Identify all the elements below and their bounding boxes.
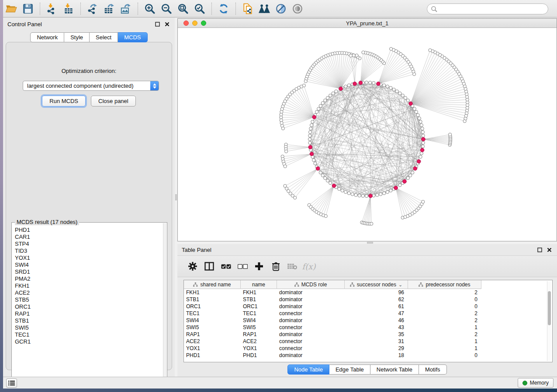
dominator-node[interactable] bbox=[369, 194, 373, 198]
network-node[interactable] bbox=[319, 104, 322, 107]
network-node[interactable] bbox=[329, 182, 332, 185]
network-node[interactable] bbox=[332, 92, 335, 95]
mcds-result-item[interactable]: SRD1 bbox=[15, 268, 163, 275]
table-row[interactable]: ORC1ORC1dominator610 bbox=[184, 303, 552, 310]
network-node[interactable] bbox=[355, 54, 358, 57]
mcds-result-item[interactable]: YOX1 bbox=[15, 254, 163, 261]
network-node[interactable] bbox=[354, 193, 357, 196]
search-input[interactable] bbox=[427, 3, 548, 14]
network-node[interactable] bbox=[317, 107, 320, 110]
network-node[interactable] bbox=[344, 190, 347, 193]
table-scrollbar-thumb[interactable] bbox=[548, 291, 551, 325]
network-node[interactable] bbox=[401, 94, 404, 97]
tab-style[interactable]: Style bbox=[64, 32, 90, 42]
table-row[interactable]: ACE2ACE2connector311 bbox=[184, 338, 552, 345]
mcds-result-item[interactable]: ACE2 bbox=[15, 289, 163, 296]
toggle-birdseye-button[interactable] bbox=[289, 2, 306, 16]
network-node[interactable] bbox=[398, 184, 401, 187]
mcds-result-item[interactable]: ORC1 bbox=[15, 303, 163, 310]
mcds-result-item[interactable]: CAR1 bbox=[15, 234, 163, 241]
table-row[interactable]: SWI4SWI4dominator462 bbox=[184, 317, 552, 324]
mcds-result-item[interactable]: PHD1 bbox=[15, 227, 163, 234]
network-node[interactable] bbox=[321, 174, 324, 177]
table-scrollbar[interactable] bbox=[547, 281, 551, 361]
network-node[interactable] bbox=[398, 92, 401, 95]
network-node[interactable] bbox=[310, 124, 313, 127]
network-node[interactable] bbox=[415, 110, 418, 113]
network-node[interactable] bbox=[420, 124, 423, 127]
network-node[interactable] bbox=[304, 80, 307, 83]
dominator-node[interactable] bbox=[394, 186, 398, 190]
network-node[interactable] bbox=[449, 133, 452, 136]
import-table-button[interactable] bbox=[60, 2, 77, 16]
network-node[interactable] bbox=[409, 174, 412, 177]
network-node[interactable] bbox=[406, 99, 409, 102]
network-node[interactable] bbox=[352, 54, 355, 57]
network-node[interactable] bbox=[422, 134, 425, 137]
optimization-criterion-select[interactable]: largest connected component (undirected) bbox=[23, 81, 159, 91]
dominator-node[interactable] bbox=[420, 148, 424, 152]
network-node[interactable] bbox=[389, 189, 392, 192]
dominator-node[interactable] bbox=[409, 102, 413, 106]
tab-network-table[interactable]: Network Table bbox=[370, 364, 419, 375]
table-row[interactable]: RAP1RAP1dominator352 bbox=[184, 331, 552, 338]
table-row[interactable]: FKH1FKH1dominator962 bbox=[184, 289, 552, 296]
delete-column-button[interactable] bbox=[267, 259, 284, 274]
tab-mcds[interactable]: MCDS bbox=[118, 32, 147, 42]
network-node[interactable] bbox=[326, 179, 329, 182]
network-node[interactable] bbox=[369, 81, 372, 84]
network-node[interactable] bbox=[351, 193, 354, 196]
network-node[interactable] bbox=[376, 193, 379, 196]
dominator-node[interactable] bbox=[308, 145, 312, 149]
mcds-result-item[interactable]: STP4 bbox=[15, 241, 163, 248]
network-node[interactable] bbox=[429, 48, 432, 52]
show-log-button[interactable] bbox=[6, 378, 17, 388]
column-header-shared-name[interactable]: shared name bbox=[184, 280, 241, 289]
mcds-list-scrollbar[interactable] bbox=[163, 223, 166, 384]
delete-table-button-disabled[interactable] bbox=[284, 259, 301, 274]
dominator-node[interactable] bbox=[359, 81, 363, 85]
column-header-predecessor-nodes[interactable]: predecessor nodes bbox=[408, 280, 481, 289]
mcds-result-item[interactable]: GCR1 bbox=[15, 338, 163, 345]
dominator-node[interactable] bbox=[339, 87, 343, 91]
mcds-result-item[interactable]: STB5 bbox=[15, 296, 163, 303]
export-table-button[interactable] bbox=[101, 2, 118, 16]
network-node[interactable] bbox=[418, 117, 421, 120]
network-node[interactable] bbox=[406, 176, 409, 179]
network-node[interactable] bbox=[422, 141, 425, 144]
table-row[interactable]: STB1STB1dominator620 bbox=[184, 296, 552, 303]
mcds-result-item[interactable]: PMA2 bbox=[15, 275, 163, 282]
network-node[interactable] bbox=[395, 90, 398, 93]
tab-select[interactable]: Select bbox=[90, 32, 118, 42]
network-node[interactable] bbox=[422, 200, 425, 203]
zoom-fit-button[interactable] bbox=[175, 2, 191, 16]
open-file-button[interactable] bbox=[3, 2, 20, 16]
network-node[interactable] bbox=[294, 196, 297, 199]
network-node[interactable] bbox=[315, 110, 318, 113]
column-header-successor-nodes[interactable]: successor nodes⌄ bbox=[345, 280, 408, 289]
network-node[interactable] bbox=[365, 194, 368, 197]
mcds-result-item[interactable]: SWI5 bbox=[15, 324, 163, 331]
network-node[interactable] bbox=[284, 165, 287, 168]
tab-edge-table[interactable]: Edge Table bbox=[329, 364, 370, 375]
network-node[interactable] bbox=[411, 171, 414, 174]
network-node[interactable] bbox=[413, 107, 416, 110]
network-node[interactable] bbox=[308, 138, 311, 141]
network-node[interactable] bbox=[281, 127, 284, 130]
create-column-button[interactable] bbox=[251, 259, 267, 274]
zoom-out-button[interactable] bbox=[158, 2, 175, 16]
mcds-result-item[interactable]: SWI4 bbox=[15, 261, 163, 268]
network-node[interactable] bbox=[341, 189, 344, 192]
close-panel-icon[interactable] bbox=[163, 21, 170, 28]
network-node[interactable] bbox=[338, 187, 341, 190]
save-session-button[interactable] bbox=[20, 2, 36, 16]
network-node[interactable] bbox=[421, 145, 424, 148]
network-node[interactable] bbox=[370, 222, 373, 225]
network-node[interactable] bbox=[421, 131, 424, 134]
network-node[interactable] bbox=[321, 102, 324, 105]
network-node[interactable] bbox=[383, 192, 386, 195]
show-column-panel-button[interactable] bbox=[201, 259, 218, 274]
network-node[interactable] bbox=[419, 120, 422, 123]
table-settings-button[interactable] bbox=[184, 259, 201, 274]
close-table-panel-icon[interactable] bbox=[546, 246, 553, 253]
